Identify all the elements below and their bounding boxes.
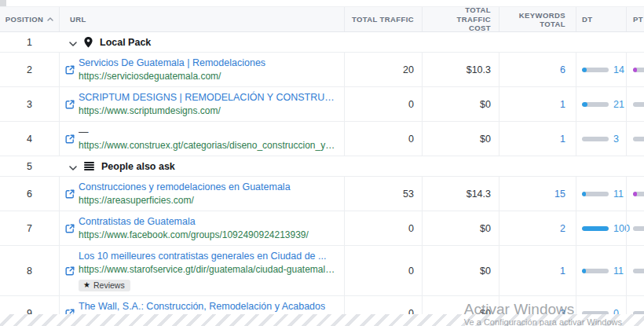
reviews-badge: ★ Reviews xyxy=(79,280,130,291)
dt-bar xyxy=(582,192,609,196)
pt-bar xyxy=(633,137,644,141)
position-value: 4 xyxy=(27,134,32,145)
external-link-icon[interactable] xyxy=(65,265,75,279)
url-text-block: SCRIPTUM DESIGNS | REMODELACIÓN Y CONSTR… xyxy=(79,91,336,117)
total-traffic-value: 0 xyxy=(408,266,414,277)
url-cell: — https://www.construex.gt/categorias/di… xyxy=(59,122,344,156)
pt-bar xyxy=(633,226,644,231)
position-cell: 8 xyxy=(0,246,59,295)
dt-bar xyxy=(582,68,609,72)
column-header-keywords-total-label: KEYWORDS TOTAL xyxy=(499,11,565,28)
url-cell: Servicios De Guatemala | Remodelaciones … xyxy=(59,53,344,86)
chevron-down-icon[interactable] xyxy=(69,159,77,174)
total-traffic-cell: 0 xyxy=(344,87,422,121)
keywords-total-link[interactable]: 2 xyxy=(560,223,565,234)
column-header-pt[interactable]: PT xyxy=(626,7,644,31)
total-traffic-cell: 0 xyxy=(344,122,422,156)
result-title-link[interactable]: Los 10 meilleures contratistas generales… xyxy=(79,250,336,262)
section-group[interactable]: People also ask xyxy=(59,159,175,174)
position-cell: 6 xyxy=(0,177,59,211)
traffic-cost-value: $0 xyxy=(480,134,491,145)
result-url: https://www.facebook.com/groups/10924909… xyxy=(79,229,309,241)
position-cell: 5 xyxy=(0,161,59,172)
traffic-cost-cell: $14.3 xyxy=(422,177,499,211)
column-header-traffic-cost[interactable]: TOTAL TRAFFIC COST xyxy=(422,7,499,31)
result-row: 4 — https://www.construex.gt/categorias/… xyxy=(0,122,644,156)
external-link-icon[interactable] xyxy=(65,222,75,236)
pt-bar xyxy=(633,68,644,72)
pt-bar-fill xyxy=(633,68,637,72)
section-label: Local Pack xyxy=(100,37,151,48)
panel-corner xyxy=(0,0,6,6)
keywords-total-cell: 1 xyxy=(499,87,576,121)
traffic-cost-value: $10.3 xyxy=(467,64,491,75)
position-cell: 2 xyxy=(0,53,59,86)
section-row: 1 Local Pack xyxy=(0,32,644,53)
result-title-link[interactable]: The Wall, S.A.: Construcción, Remodelaci… xyxy=(79,300,325,313)
traffic-cost-value: $0 xyxy=(480,266,491,277)
column-header-url-label: URL xyxy=(70,15,86,24)
dt-value: 11 xyxy=(613,189,624,200)
column-header-url[interactable]: URL xyxy=(59,7,344,31)
traffic-cost-cell: $0 xyxy=(422,87,499,121)
keywords-total-link[interactable]: 1 xyxy=(560,99,565,110)
column-header-dt[interactable]: DT xyxy=(576,7,626,31)
url-cell: Contratistas de Guatemala https://www.fa… xyxy=(59,211,344,245)
dt-bar-fill xyxy=(582,226,609,231)
url-text-block: Construcciones y remodelaciones en Guate… xyxy=(79,181,291,207)
result-title-link[interactable]: Construcciones y remodelaciones en Guate… xyxy=(79,181,291,193)
result-row: 3 SCRIPTUM DESIGNS | REMODELACIÓN Y CONS… xyxy=(0,87,644,122)
url-text-block: Contratistas de Guatemala https://www.fa… xyxy=(79,215,309,241)
keywords-total-link[interactable]: 1 xyxy=(560,134,565,145)
total-traffic-value: 53 xyxy=(403,189,414,200)
pt-bar xyxy=(633,192,644,196)
chevron-down-icon[interactable] xyxy=(69,35,77,49)
position-value: 6 xyxy=(27,189,32,200)
keywords-total-cell: 6 xyxy=(499,53,576,86)
table-body: 1 Local Pack 2 Servici xyxy=(0,32,644,326)
column-header-keywords-total[interactable]: KEYWORDS TOTAL xyxy=(499,7,576,31)
star-icon: ★ xyxy=(83,281,90,289)
dt-value: 11 xyxy=(613,266,624,277)
dt-value: 21 xyxy=(613,99,624,110)
pt-cell xyxy=(626,53,644,86)
pt-bar xyxy=(633,102,644,107)
result-title-link[interactable]: Servicios De Guatemala | Remodelaciones xyxy=(79,57,265,69)
column-header-position[interactable]: POSITION xyxy=(0,7,59,31)
url-text-block: Los 10 meilleures contratistas generales… xyxy=(79,250,336,291)
url-cell: Los 10 meilleures contratistas generales… xyxy=(59,246,344,295)
result-title-link[interactable]: SCRIPTUM DESIGNS | REMODELACIÓN Y CONSTR… xyxy=(79,91,336,104)
keywords-total-link[interactable]: 1 xyxy=(560,266,565,277)
external-link-icon[interactable] xyxy=(65,98,75,112)
position-value: 5 xyxy=(27,161,32,172)
table-header-row: POSITION URL TOTAL TRAFFIC TOTAL TRAFFIC… xyxy=(0,6,644,32)
external-link-icon[interactable] xyxy=(65,133,75,147)
result-row: 2 Servicios De Guatemala | Remodelacione… xyxy=(0,53,644,87)
dt-bar-fill xyxy=(582,102,587,107)
reviews-badge-label: Reviews xyxy=(93,280,125,290)
dt-bar xyxy=(582,102,609,107)
external-link-icon[interactable] xyxy=(65,188,75,202)
dt-cell: 14 xyxy=(576,53,626,86)
column-header-traffic-cost-label: TOTAL TRAFFIC COST xyxy=(442,5,491,34)
column-header-total-traffic-label: TOTAL TRAFFIC xyxy=(352,15,414,24)
external-link-icon[interactable] xyxy=(65,64,75,78)
url-text-block: Servicios De Guatemala | Remodelaciones … xyxy=(79,57,265,82)
total-traffic-cell: 53 xyxy=(344,177,422,211)
column-header-total-traffic[interactable]: TOTAL TRAFFIC xyxy=(344,7,422,31)
dt-cell: 3 xyxy=(576,122,626,156)
result-title-link[interactable]: Contratistas de Guatemala xyxy=(79,215,309,228)
keywords-total-link[interactable]: 6 xyxy=(560,64,565,75)
traffic-cost-cell: $10.3 xyxy=(422,53,499,86)
position-value: 3 xyxy=(27,99,32,110)
column-header-dt-label: DT xyxy=(582,15,592,24)
result-url: https://www.starofservice.gt/dir/guatema… xyxy=(79,263,336,276)
traffic-cost-value: $0 xyxy=(480,223,491,234)
dt-cell: 11 xyxy=(576,177,626,211)
result-row: 8 Los 10 meilleures contratistas general… xyxy=(0,246,644,296)
total-traffic-value: 20 xyxy=(403,64,414,75)
keywords-total-cell: 1 xyxy=(499,122,576,156)
result-title-link[interactable]: — xyxy=(79,126,336,138)
section-group[interactable]: Local Pack xyxy=(59,35,151,49)
keywords-total-link[interactable]: 15 xyxy=(554,189,565,200)
